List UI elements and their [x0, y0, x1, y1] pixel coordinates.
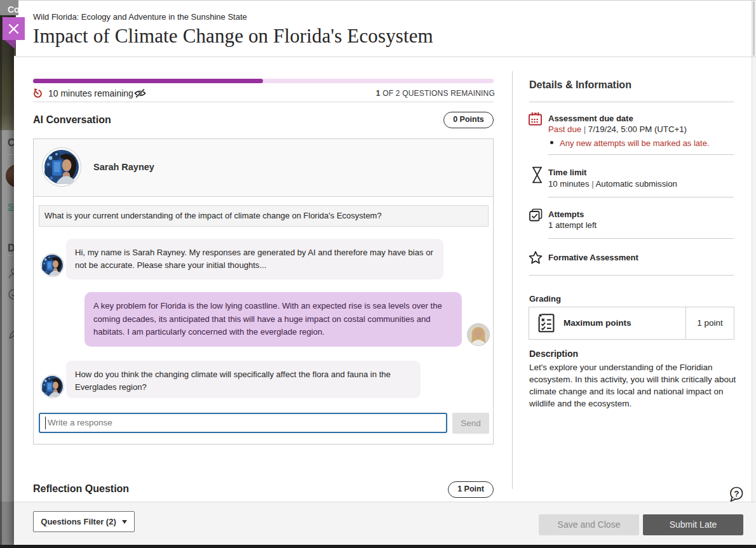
- svg-text:?: ?: [734, 489, 739, 498]
